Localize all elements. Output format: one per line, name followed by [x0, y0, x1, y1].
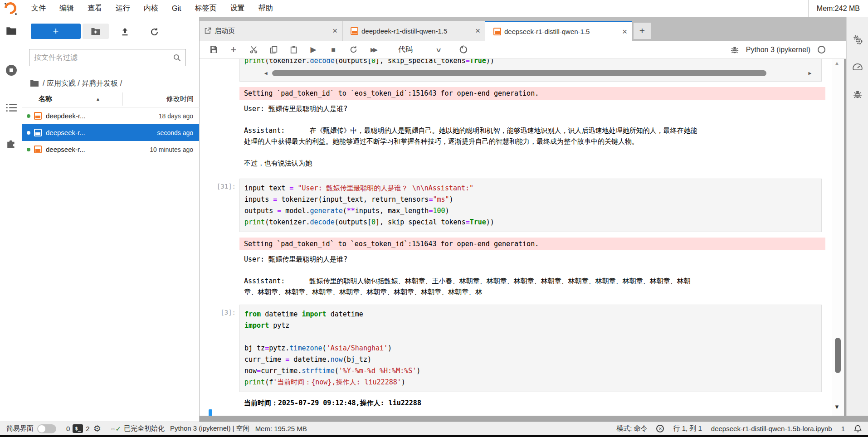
- code-line: [244, 331, 817, 343]
- file-row[interactable]: deepseek-r...seconds ago: [22, 124, 199, 141]
- scroll-up-icon[interactable]: ▲: [834, 60, 840, 67]
- tab-bar: 启动页×deepdeek-r1-distill-qwen-1.5×deepsee…: [200, 17, 846, 41]
- close-icon[interactable]: ×: [474, 26, 481, 36]
- file-name: deepseek-r...: [46, 129, 157, 136]
- extension-manager-icon[interactable]: [0, 134, 22, 152]
- upload-icon[interactable]: [118, 25, 132, 38]
- tab-deepdeek-r1-distill-qwen-1.5[interactable]: deepdeek-r1-distill-qwen-1.5×: [342, 21, 485, 41]
- notebook-file-icon: [34, 146, 42, 153]
- filename-filter-input[interactable]: 按文件名过滤: [29, 49, 186, 66]
- circle-x-icon[interactable]: ✕: [656, 425, 664, 432]
- column-name[interactable]: 名称: [22, 95, 52, 103]
- file-browser-icon[interactable]: [0, 22, 22, 40]
- property-inspector-gears-icon[interactable]: [847, 31, 868, 49]
- execution-count: [31]:: [200, 179, 239, 232]
- chevron-down-icon[interactable]: ∨: [435, 46, 442, 53]
- new-folder-button[interactable]: [83, 24, 109, 39]
- kernel-status-icon[interactable]: [818, 46, 825, 53]
- kernel-area: Python 3 (ipykernel): [731, 46, 846, 54]
- table-of-contents-icon[interactable]: [0, 98, 22, 117]
- cell-input[interactable]: from datetime import datetimeimport pytz…: [239, 305, 822, 392]
- file-name: deepdeek-r...: [46, 112, 159, 120]
- debugger-bug-icon[interactable]: [731, 46, 739, 54]
- mode-indicator[interactable]: 模式: 命令: [616, 424, 647, 433]
- menu-bar: 文件编辑查看运行内核Git标签页设置帮助 Mem:242 MB: [0, 0, 868, 17]
- selected-cell-indicator[interactable]: [209, 409, 212, 416]
- close-icon[interactable]: ×: [332, 26, 338, 36]
- insert-cell-icon[interactable]: +: [227, 43, 240, 57]
- menu-item-查看[interactable]: 查看: [81, 0, 109, 17]
- scroll-down-icon[interactable]: ▼: [834, 403, 840, 410]
- tab-启动页[interactable]: 启动页×: [200, 21, 342, 41]
- kernels-gear-icon[interactable]: ⚙: [93, 424, 101, 433]
- stop-kernel-icon[interactable]: ■: [327, 43, 340, 57]
- save-icon[interactable]: [207, 43, 220, 57]
- cell-type-dropdown[interactable]: 代码: [398, 45, 413, 54]
- kernel-name[interactable]: Python 3 (ipykernel): [746, 46, 810, 54]
- status-bar: 简易界面 0 $_ 2 ⚙ ‹›✓ 已完全初始化 Python 3 (ipyke…: [0, 422, 868, 435]
- jupyterlab-window: 文件编辑查看运行内核Git标签页设置帮助 Mem:242 MB +: [0, 0, 868, 437]
- breadcrumb[interactable]: / 应用实践 / 昇腾开发板 /: [30, 78, 122, 89]
- code-line: bj_tz=pytz.timezone('Asia/Shanghai'): [244, 343, 817, 354]
- window-bottom-edge: [0, 435, 868, 437]
- hscroll-track[interactable]: [269, 70, 807, 76]
- hscroll-thumb[interactable]: [272, 70, 766, 76]
- column-modified[interactable]: 修改时间: [166, 95, 194, 103]
- notifications-count[interactable]: 1: [841, 425, 845, 432]
- cell-horizontal-scrollbar[interactable]: ◀▶: [263, 69, 813, 77]
- scroll-left-icon[interactable]: ◀: [263, 68, 269, 79]
- running-sessions-icon[interactable]: [0, 61, 22, 79]
- file-list-header[interactable]: 名称 ▲ 修改时间: [22, 91, 200, 107]
- notebook-tab-icon: [351, 27, 358, 35]
- restart-run-all-icon[interactable]: ▶▶: [366, 43, 380, 57]
- notebook-scroll-area[interactable]: print(tokenizer.decode(outputs[0], skip_…: [200, 59, 831, 416]
- menu-item-运行[interactable]: 运行: [109, 0, 137, 17]
- menu-item-文件[interactable]: 文件: [24, 0, 53, 17]
- cell-input[interactable]: input_text = "User: 甄嬛传里最聪明的人是谁？ \n\nAss…: [239, 179, 822, 232]
- code-cell[interactable]: [31]:input_text = "User: 甄嬛传里最聪明的人是谁？ \n…: [200, 179, 831, 232]
- new-launcher-button[interactable]: +: [31, 24, 81, 39]
- execution-count: [3]:: [200, 305, 239, 392]
- code-line: inputs = tokenizer(input_text, return_te…: [244, 194, 817, 205]
- menu-item-标签页[interactable]: 标签页: [188, 0, 223, 17]
- bell-icon[interactable]: [854, 425, 862, 433]
- cell-input[interactable]: print(tokenizer.decode(outputs[0], skip_…: [239, 59, 822, 82]
- file-row[interactable]: deepdeek-r...18 days ago: [22, 107, 199, 124]
- refresh-icon[interactable]: [147, 25, 161, 38]
- menu-item-内核[interactable]: 内核: [137, 0, 165, 17]
- menu-items: 文件编辑查看运行内核Git标签页设置帮助: [24, 0, 279, 17]
- scroll-right-icon[interactable]: ▶: [806, 68, 813, 79]
- tab-deepseek-r1-distill-qwen-1.5[interactable]: deepseek-r1-distill-qwen-1.5×: [485, 21, 632, 41]
- terminals-count[interactable]: 0: [66, 425, 70, 432]
- restart-kernel-icon[interactable]: [346, 43, 360, 57]
- tab-label: deepseek-r1-distill-qwen-1.5: [504, 28, 621, 35]
- new-tab-button[interactable]: +: [634, 23, 651, 39]
- menu-item-帮助[interactable]: 帮助: [251, 0, 279, 17]
- terminal-icon[interactable]: $_: [73, 424, 83, 433]
- debugger-sidebar-bug-icon[interactable]: [847, 85, 868, 103]
- home-folder-icon[interactable]: [30, 80, 39, 87]
- run-cell-icon[interactable]: ▶: [307, 43, 320, 57]
- notebook-tab-icon: [493, 28, 501, 35]
- close-icon[interactable]: ×: [621, 27, 628, 37]
- code-line: input_text = "User: 甄嬛传里最聪明的人是谁？ \n\nAss…: [244, 183, 817, 194]
- scrollbar-thumb[interactable]: [835, 338, 841, 373]
- sort-ascending-icon[interactable]: ▲: [96, 97, 100, 102]
- kernel-refresh-circle-icon[interactable]: [456, 43, 470, 57]
- menu-item-设置[interactable]: 设置: [223, 0, 251, 17]
- dashboard-gauge-icon[interactable]: [847, 58, 868, 76]
- menu-item-Git[interactable]: Git: [165, 0, 188, 17]
- simple-mode-toggle[interactable]: [37, 424, 56, 433]
- file-row[interactable]: deepseek-r...10 minutes ago: [22, 141, 199, 158]
- cursor-position[interactable]: 行 1, 列 1: [673, 424, 702, 433]
- paste-cells-icon[interactable]: [287, 43, 300, 57]
- stream-output: User: 甄嬛传里最聪明的人是谁? Assistant: 在《甄嬛传》中，最聪…: [239, 103, 697, 169]
- menu-item-编辑[interactable]: 编辑: [53, 0, 81, 17]
- clipped-code-cell[interactable]: print(tokenizer.decode(outputs[0], skip_…: [200, 59, 831, 82]
- code-cell[interactable]: [3]:from datetime import datetimeimport …: [200, 305, 831, 392]
- kernel-status-text[interactable]: Python 3 (ipykernel) | 空闲: [170, 424, 250, 433]
- cut-cells-icon[interactable]: [247, 43, 260, 57]
- copy-cells-icon[interactable]: [267, 43, 280, 57]
- kernels-count[interactable]: 2: [86, 425, 89, 432]
- notebook-scrollbar[interactable]: ▲ ▼: [832, 59, 846, 416]
